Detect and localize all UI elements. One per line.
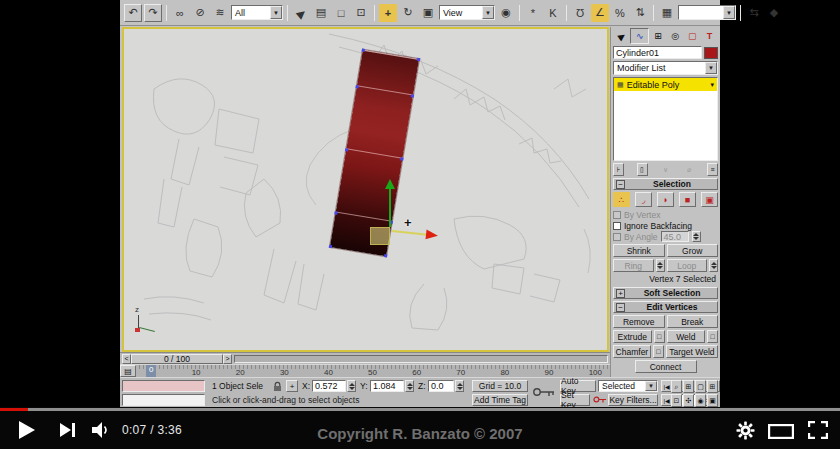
checkbox-icon[interactable] — [613, 211, 621, 219]
extrude-settings-icon[interactable]: □ — [654, 330, 665, 343]
set-key-toggle-icon[interactable] — [532, 386, 556, 398]
object-color-swatch[interactable] — [704, 47, 718, 59]
zoom-extents-all-icon[interactable]: ⊞ — [707, 380, 718, 393]
selection-rollout-header[interactable]: − Selection — [613, 178, 718, 190]
mirror-icon[interactable]: ⇆ — [745, 4, 763, 22]
key-filter-key-icon[interactable] — [593, 395, 607, 404]
gizmo-x-axis[interactable] — [392, 230, 430, 236]
theater-mode-icon[interactable] — [766, 422, 796, 440]
show-end-result-icon[interactable]: ▯ — [637, 163, 648, 176]
zoom-all-icon[interactable]: ⊞ — [683, 380, 694, 393]
by-angle-spinner[interactable] — [692, 231, 701, 242]
select-rotate-icon[interactable]: ↻ — [399, 4, 417, 22]
select-by-name-icon[interactable]: ▤ — [312, 4, 330, 22]
undo-icon[interactable]: ↶ — [124, 4, 142, 22]
vertex-dot[interactable] — [334, 211, 337, 214]
expand-icon[interactable]: + — [616, 289, 625, 298]
motion-tab-icon[interactable]: ◎ — [667, 28, 684, 44]
target-weld-button[interactable]: Target Weld — [666, 345, 718, 358]
snap-3d-icon[interactable]: Ω — [571, 4, 589, 22]
shrink-button[interactable]: Shrink — [613, 244, 665, 257]
chamfer-settings-icon[interactable]: □ — [653, 345, 664, 358]
vertex-dot[interactable] — [345, 148, 348, 151]
chevron-down-icon[interactable]: ▼ — [645, 381, 657, 391]
gizmo-y-axis[interactable] — [389, 187, 391, 227]
ring-button[interactable]: Ring — [613, 259, 654, 272]
prev-frame-arrow[interactable]: < — [122, 354, 131, 364]
vertex-dot[interactable] — [362, 49, 365, 52]
modify-tab-icon[interactable]: ∿ — [630, 28, 649, 44]
redo-icon[interactable]: ↷ — [144, 4, 162, 22]
angle-snap-icon[interactable]: ∠ — [591, 4, 609, 22]
percent-snap-icon[interactable]: % — [611, 4, 629, 22]
named-selection-dropdown[interactable]: ▼ — [678, 5, 736, 20]
unlink-icon[interactable]: ⊘ — [191, 4, 209, 22]
fullscreen-icon[interactable] — [804, 420, 832, 440]
grow-button[interactable]: Grow — [667, 244, 719, 257]
z-spinner[interactable] — [455, 380, 464, 392]
play-button[interactable] — [14, 419, 40, 441]
select-scale-icon[interactable]: ▣ — [419, 4, 437, 22]
bind-spacewarp-icon[interactable]: ≋ — [211, 4, 229, 22]
set-key-button[interactable]: Set Key — [560, 394, 590, 406]
polygon-subobject-icon[interactable]: ■ — [679, 192, 696, 207]
hierarchy-tab-icon[interactable]: ⊞ — [649, 28, 666, 44]
remove-button[interactable]: Remove — [613, 315, 665, 328]
keyboard-override-icon[interactable]: K — [544, 4, 562, 22]
remove-modifier-icon[interactable]: ⌀ — [684, 163, 695, 176]
ref-coord-dropdown[interactable]: View▼ — [439, 5, 495, 20]
time-slider-handle[interactable]: 0 / 100 — [131, 354, 223, 364]
vertex-dot[interactable] — [329, 245, 332, 248]
object-name-field[interactable]: Cylinder01 — [613, 46, 702, 59]
use-pivot-center-icon[interactable]: ◉ — [497, 4, 515, 22]
weld-button[interactable]: Weld — [667, 330, 706, 343]
time-slider[interactable]: < 0 / 100 > — [120, 352, 610, 364]
make-unique-icon[interactable]: ∨ — [660, 163, 671, 176]
next-button[interactable] — [56, 421, 80, 439]
track-bar[interactable]: ▤ 0 10 20 30 40 50 60 70 80 90 100 — [120, 364, 610, 377]
soft-selection-rollout-header[interactable]: + Soft Selection — [613, 287, 718, 299]
rect-selection-region-icon[interactable]: □ — [332, 4, 350, 22]
loop-spinner[interactable] — [709, 259, 718, 272]
checkbox-icon[interactable] — [613, 222, 621, 230]
add-time-tag-button[interactable]: Add Time Tag — [472, 394, 528, 406]
viewport[interactable]: + z — [122, 27, 609, 352]
y-coord-field[interactable]: 1.084 — [370, 380, 404, 392]
edit-vertices-rollout-header[interactable]: − Edit Vertices — [613, 301, 718, 313]
absolute-offset-toggle-icon[interactable]: + — [286, 380, 298, 392]
collapse-icon[interactable]: − — [616, 303, 625, 312]
track-bar-ruler[interactable]: 0 10 20 30 40 50 60 70 80 90 100 — [136, 365, 610, 377]
zoom-extents-icon[interactable]: ▢ — [695, 380, 706, 393]
by-angle-checkbox[interactable]: By Angle 45.0 — [613, 231, 718, 242]
y-spinner[interactable] — [405, 380, 414, 392]
next-frame-arrow[interactable]: > — [223, 354, 232, 364]
modifier-list-dropdown[interactable]: Modifier List▼ — [613, 61, 718, 75]
zoom-icon[interactable]: ⌕ — [671, 380, 682, 393]
modifier-stack[interactable]: ▦ Editable Poly ▾ — [613, 77, 718, 161]
progress-bar[interactable] — [0, 408, 840, 411]
zoom-region-icon[interactable]: ⊡ — [671, 394, 682, 407]
x-spinner[interactable] — [347, 380, 356, 392]
time-slider-track[interactable] — [234, 355, 608, 363]
selection-filter-dropdown[interactable]: All▼ — [231, 5, 283, 20]
vertex-dot[interactable] — [417, 58, 420, 61]
spinner-snap-icon[interactable]: ⇅ — [631, 4, 649, 22]
maxscript-mini-listener-white[interactable] — [122, 394, 205, 406]
select-manipulate-icon[interactable]: * — [524, 4, 542, 22]
extrude-button[interactable]: Extrude — [613, 330, 652, 343]
ignore-backfacing-checkbox[interactable]: Ignore Backfacing — [613, 220, 718, 231]
mini-curve-editor-icon[interactable]: ▤ — [120, 365, 136, 377]
settings-gear-icon[interactable] — [733, 420, 757, 440]
pan-hand-icon[interactable]: ✣ — [683, 394, 694, 407]
vertex-dot[interactable] — [411, 94, 414, 97]
align-icon[interactable]: ◆ — [765, 4, 783, 22]
vertex-dot[interactable] — [400, 157, 403, 160]
edge-subobject-icon[interactable]: ◞ — [635, 192, 652, 207]
collapse-icon[interactable]: − — [616, 180, 625, 189]
gizmo-xy-plane-handle[interactable] — [370, 227, 390, 245]
weld-settings-icon[interactable]: □ — [707, 330, 718, 343]
arc-rotate-icon[interactable]: ◉ — [695, 394, 706, 407]
maxscript-mini-listener-pink[interactable] — [122, 380, 205, 392]
ring-spinner[interactable] — [656, 259, 665, 272]
volume-icon[interactable] — [90, 421, 114, 439]
